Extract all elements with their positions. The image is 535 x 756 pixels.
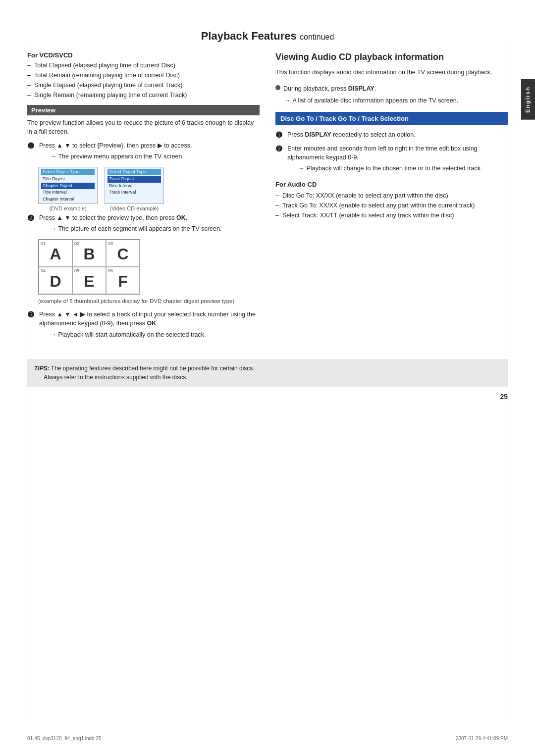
list-item: Disc Go To: XX/XX (enable to select any … [275, 191, 508, 200]
thumb-grid-wrapper: 01 A 02 B 03 C 04 D [38, 239, 260, 305]
step-number: ❶ [27, 141, 37, 151]
step-number: ❶ [275, 130, 285, 140]
list-item: Total Elapsed (elapsed playing time of c… [27, 61, 260, 70]
list-item: Single Elapsed (elapsed playing time of … [27, 81, 260, 90]
screenshot-item-selected: Chapter Digest [41, 183, 95, 190]
right-section-title: Viewing Audio CD playback information [275, 51, 508, 63]
tips-label: TIPS: [34, 365, 50, 372]
thumb-caption: (example of 6 thumbnail pictures display… [38, 297, 260, 305]
screenshot-header: Select Digest Type: [41, 169, 95, 175]
left-column: For VCD/SVCD Total Elapsed (elapsed play… [27, 51, 260, 344]
right-step-2: ❷ Enter minutes and seconds from left to… [275, 144, 508, 175]
right-step1-text: Press DISPLAY repeatedly to select an op… [287, 131, 416, 138]
tips-bar: TIPS: The operating features described h… [27, 359, 508, 387]
bullet-circle [275, 85, 280, 90]
screenshot-header: Select Digest Type: [107, 169, 161, 175]
title-continued: continued [300, 33, 334, 41]
step2-text: Press ▲ ▼ to select the preview type, th… [39, 214, 187, 221]
for-audio-heading: For Audio CD [275, 181, 508, 188]
tips-text: The operating features described here mi… [34, 365, 255, 381]
preview-desc: The preview function allows you to reduc… [27, 118, 260, 136]
preview-heading: Preview [27, 105, 260, 115]
vcd-screenshot: Select Digest Type: Track Digest Disc In… [105, 167, 164, 204]
step-3: ❸ Press ▲ ▼ ◄ ▶ to select a track of inp… [27, 310, 260, 341]
disc-goto-heading: Disc Go To / Track Go To / Track Selecti… [275, 112, 508, 125]
step-content: Press DISPLAY repeatedly to select an op… [287, 130, 508, 139]
screenshot-item: Chapter Interval [41, 196, 95, 203]
step-content: Press ▲ ▼ to select {Preview}, then pres… [39, 141, 260, 163]
thumb-cell-d: 04 D [39, 267, 72, 294]
preview-images: Select Digest Type: Title Digest Chapter… [38, 167, 260, 211]
right-step2-text: Enter minutes and seconds from left to r… [287, 145, 478, 161]
footer-right: 2007-01-29 4:41:09 PM [456, 736, 508, 741]
audio-list: Disc Go To: XX/XX (enable to select any … [275, 191, 508, 220]
margin-line-left [24, 40, 24, 716]
right-column: Viewing Audio CD playback information Th… [275, 51, 508, 344]
list-item: Total Remain (remaining playing time of … [27, 71, 260, 80]
thumb-cell-a: 01 A [39, 240, 72, 267]
step-number: ❸ [27, 310, 37, 319]
margin-line-right [511, 40, 511, 716]
page-title: Playback Features continued [0, 0, 535, 51]
step3-text: Press ▲ ▼ ◄ ▶ to select a track of input… [39, 311, 256, 327]
dvd-screenshot-box: Select Digest Type: Title Digest Chapter… [38, 167, 98, 211]
screenshot-item: Title Digest [41, 176, 95, 183]
thumb-cell-e: 05 E [72, 267, 106, 294]
vcd-screenshot-box: Select Digest Type: Track Digest Disc In… [105, 167, 164, 211]
screenshot-item: Disc Interval [107, 183, 161, 190]
dvd-label: (DVD example) [49, 205, 86, 211]
screenshot-item: Track Interval [107, 189, 161, 196]
bullet1-text: During playback, press DISPLAY. [283, 84, 376, 93]
step2-arrow: The picture of each segment will appears… [39, 224, 260, 233]
dvd-screenshot: Select Digest Type: Title Digest Chapter… [38, 167, 98, 204]
bullet1-arrow: A list of available disc information app… [275, 96, 508, 105]
thumb-cell-b: 02 B [72, 240, 106, 267]
step-2: ❷ Press ▲ ▼ to select the preview type, … [27, 213, 260, 235]
page: English Playback Features continued For … [0, 0, 535, 756]
list-item: Single Remain (remaining playing time of… [27, 91, 260, 100]
top-lines [0, 24, 535, 25]
step-content: Enter minutes and seconds from left to r… [287, 144, 508, 175]
step-1: ❶ Press ▲ ▼ to select {Preview}, then pr… [27, 141, 260, 163]
screenshot-item-selected: Track Digest [107, 176, 161, 183]
bottom-lines [0, 727, 535, 729]
vcd-list: Total Elapsed (elapsed playing time of c… [27, 61, 260, 100]
vcd-label: (Video CD example) [110, 205, 159, 211]
step1-text: Press ▲ ▼ to select {Preview}, then pres… [39, 142, 192, 149]
list-item: Track Go To: XX/XX (enable to select any… [275, 201, 508, 210]
footer-left: 01-45_dvp3120_94_eng1.indd 25 [27, 736, 102, 741]
step-number: ❷ [275, 144, 285, 153]
step-content: Press ▲ ▼ ◄ ▶ to select a track of input… [39, 310, 260, 341]
page-number: 25 [0, 387, 535, 401]
thumb-cell-c: 03 C [106, 240, 140, 267]
list-item: Select Track: XX/TT (enable to select an… [275, 211, 508, 220]
step1-arrow: The preview menu appears on the TV scree… [39, 152, 260, 161]
step-number: ❷ [27, 213, 37, 223]
thumbnail-grid: 01 A 02 B 03 C 04 D [38, 239, 140, 295]
step-content: Press ▲ ▼ to select the preview type, th… [39, 213, 260, 235]
right-step-1: ❶ Press DISPLAY repeatedly to select an … [275, 130, 508, 140]
for-vcd-heading: For VCD/SVCD [27, 51, 260, 59]
screenshot-item: Title Interval [41, 189, 95, 196]
bullet-item-1: During playback, press DISPLAY. [275, 84, 508, 93]
english-tab: English [521, 79, 535, 120]
right-step2-arrow: Playback will change to the chosen time … [287, 164, 508, 173]
step3-arrow: Playback will start automatically on the… [39, 330, 260, 339]
thumb-cell-f: 06 F [106, 267, 140, 294]
title-text: Playback Features [201, 30, 297, 42]
main-content: For VCD/SVCD Total Elapsed (elapsed play… [0, 51, 535, 344]
page-footer: 01-45_dvp3120_94_eng1.indd 25 2007-01-29… [27, 736, 508, 741]
right-section-desc: This function displays audio disc inform… [275, 68, 508, 77]
